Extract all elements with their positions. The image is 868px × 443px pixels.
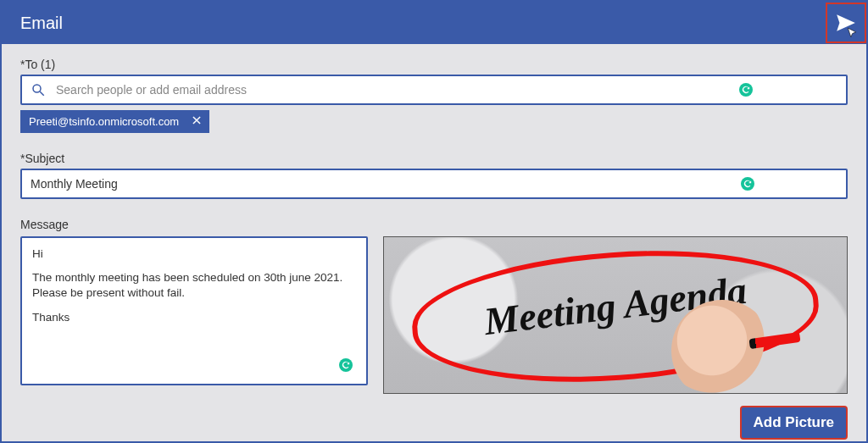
grammarly-icon [339, 358, 353, 372]
send-button[interactable] [826, 3, 866, 43]
message-greeting: Hi [32, 246, 356, 262]
recipient-chip[interactable]: Preeti@tsinfo.onmicrosoft.com [20, 110, 209, 133]
svg-line-1 [40, 91, 44, 96]
svg-point-0 [33, 85, 41, 92]
email-form: *To (1) Preeti@tsinfo.onmicrosoft.com *S… [2, 44, 866, 404]
add-picture-button[interactable]: Add Picture [740, 406, 848, 440]
subject-input[interactable] [20, 169, 848, 199]
message-body: The monthly meeting has been scheduled o… [32, 270, 356, 301]
remove-recipient-icon[interactable] [191, 114, 203, 129]
search-icon [31, 82, 46, 97]
message-textarea[interactable]: Hi The monthly meeting has been schedule… [20, 236, 368, 385]
attachment-image: Meeting Agenda [383, 236, 848, 394]
grammarly-icon [739, 83, 753, 97]
to-label: *To (1) [20, 58, 848, 71]
page-title: Email [20, 14, 63, 33]
recipient-email: Preeti@tsinfo.onmicrosoft.com [29, 115, 179, 128]
cursor-icon [846, 27, 858, 42]
to-search-input[interactable] [54, 82, 822, 97]
message-signoff: Thanks [32, 310, 356, 325]
subject-label: *Subject [20, 152, 848, 165]
grammarly-icon [741, 177, 754, 191]
to-search-field[interactable] [20, 75, 848, 105]
message-label: Message [20, 218, 848, 231]
email-header: Email [2, 2, 866, 44]
